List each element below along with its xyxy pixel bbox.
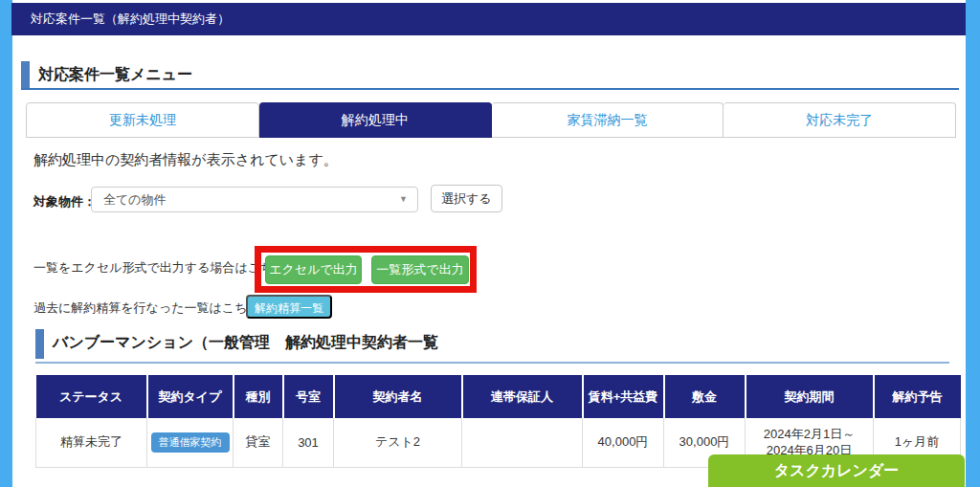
cell-room: 301 (283, 418, 334, 467)
case-list-tabs: 更新未処理 解約処理中 家賃滞納一覧 対応未完了 (26, 102, 956, 138)
col-header-status: ステータス (36, 375, 147, 418)
menu-heading-divider (21, 88, 959, 90)
cell-rent: 40,000円 (583, 418, 664, 467)
chevron-down-icon: ▼ (399, 188, 408, 211)
col-header-room: 号室 (283, 375, 334, 418)
tab-cancellation-processing[interactable]: 解約処理中 (259, 102, 492, 138)
page-background-right-strip (966, 0, 980, 487)
settlement-caption: 過去に解約精算を行なった一覧はこちら： (33, 299, 273, 317)
table-header-row: ステータス 契約タイプ 種別 号室 契約者名 連帯保証人 賃料+共益費 敷金 契… (36, 375, 961, 418)
page-title-bar: 対応案件一覧（解約処理中契約者） (11, 3, 966, 35)
excel-export-caption: 一覧をエクセル形式で出力する場合はこちら (33, 259, 286, 277)
tab-response-incomplete[interactable]: 対応未完了 (724, 102, 956, 138)
col-header-contract-period: 契約期間 (746, 375, 874, 418)
contract-period-start: 2024年2月1日～ (746, 426, 873, 443)
tab-renewal-unprocessed[interactable]: 更新未処理 (26, 102, 259, 138)
col-header-kind: 種別 (234, 375, 283, 418)
page-title: 対応案件一覧（解約処理中契約者） (31, 11, 230, 26)
property-select-button[interactable]: 選択する (431, 185, 502, 212)
col-header-contract-type: 契約タイプ (147, 375, 234, 418)
cell-kind: 貸室 (234, 418, 283, 467)
col-header-guarantor: 連帯保証人 (462, 375, 583, 418)
task-calendar-button[interactable]: タスクカレンダー (708, 454, 965, 487)
property-select-value: 全ての物件 (103, 192, 167, 207)
contract-type-badge: 普通借家契約 (151, 432, 230, 453)
menu-heading: 対応案件一覧メニュー (38, 65, 192, 85)
cell-guarantor (462, 418, 583, 467)
property-filter-label: 対象物件： (33, 193, 96, 210)
cell-status: 精算未完了 (36, 418, 147, 467)
cell-contract-type: 普通借家契約 (147, 418, 234, 467)
col-header-contractor-name: 契約者名 (334, 375, 462, 418)
col-header-rent: 賃料+共益費 (583, 375, 664, 418)
list-heading-divider (35, 362, 949, 364)
menu-heading-accent-bar (21, 61, 30, 90)
tab-rent-arrears-list[interactable]: 家賃滞納一覧 (492, 102, 724, 138)
list-heading-accent-bar (35, 329, 44, 359)
settlement-list-button[interactable]: 解約精算一覧 (246, 295, 332, 319)
list-heading: バンブーマンション（一般管理 解約処理中契約者一覧 (53, 333, 438, 353)
page-background-left-strip (0, 0, 12, 487)
col-header-deposit: 敷金 (664, 375, 746, 418)
export-excel-button[interactable]: エクセルで出力 (265, 255, 362, 284)
tab-description: 解約処理中の契約者情報が表示されています。 (33, 151, 338, 169)
export-list-format-button[interactable]: 一覧形式で出力 (371, 255, 469, 284)
property-select[interactable]: 全ての物件 ▼ (91, 187, 418, 212)
col-header-cancellation-notice: 解約予告 (874, 375, 961, 418)
cell-contractor-name: テスト2 (334, 418, 462, 467)
